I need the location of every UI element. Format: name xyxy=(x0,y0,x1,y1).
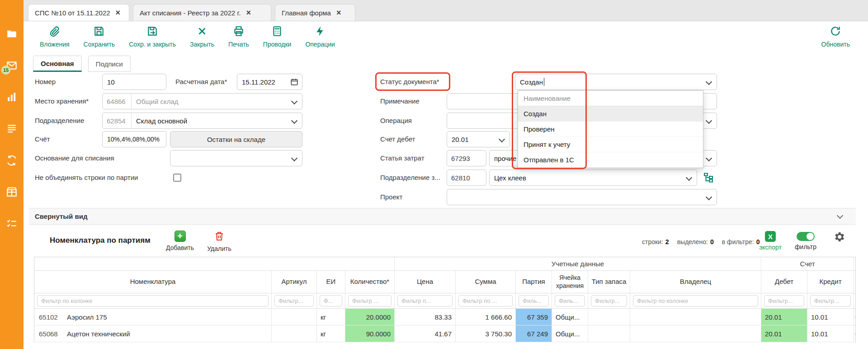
column-filter-input[interactable] xyxy=(397,295,453,307)
cell-unit: кг xyxy=(317,325,345,342)
column-filter-input[interactable] xyxy=(458,295,513,307)
debit-account-select[interactable]: 20.01 xyxy=(447,131,510,147)
save-button[interactable]: Сохранить xyxy=(84,25,115,48)
cell-quantity: 20.0000 xyxy=(345,309,395,325)
storage-select[interactable]: 64866 Общий склад xyxy=(102,93,302,109)
folder-icon[interactable] xyxy=(6,28,18,40)
cost-item-name: прочие xyxy=(490,155,516,162)
selected-count: выделено:0 xyxy=(677,238,714,245)
column-filter-input[interactable] xyxy=(320,295,342,307)
toggle-on-icon[interactable] xyxy=(797,232,815,241)
cost-division-select[interactable]: Цех клеев xyxy=(489,170,697,186)
checklist-icon[interactable] xyxy=(6,218,18,230)
cell-batch[interactable]: 67 249 xyxy=(516,325,552,342)
rows-count: строки:2 xyxy=(642,238,669,245)
nomenclature-table: Учетные данные Счет Номенклатура Артикул… xyxy=(34,257,856,342)
no-merge-checkbox[interactable] xyxy=(173,174,181,182)
document-lines-icon[interactable] xyxy=(6,123,18,135)
cost-item-label: Статья затрат xyxy=(380,150,425,166)
calendar-icon[interactable] xyxy=(290,78,298,86)
cell-price: 83.33 xyxy=(395,309,456,325)
cost-division-label: Подразделение з... xyxy=(380,170,440,186)
cost-division-name: Цех клеев xyxy=(490,174,526,182)
filter-toggle[interactable]: фильтр xyxy=(793,232,818,250)
hierarchy-icon[interactable] xyxy=(703,172,715,184)
stock-balance-button[interactable]: Остатки на складе xyxy=(170,131,302,147)
add-row-button[interactable]: + Добавить xyxy=(164,231,196,251)
row-code: 65102 xyxy=(34,313,61,321)
dropdown-option[interactable]: Отправлен в 1С xyxy=(518,152,703,168)
storage-code: 64866 xyxy=(103,94,132,109)
number-input[interactable] xyxy=(102,74,166,90)
table-row[interactable]: 65102 Аэросил 175 кг 20.0000 83.33 1 666… xyxy=(34,309,855,325)
cell-credit: 10.01 xyxy=(807,325,854,342)
tab-main[interactable]: Основная xyxy=(33,56,82,72)
tab-document[interactable]: СПС №10 от 15.11.2022 × xyxy=(28,4,129,21)
division-code: 62854 xyxy=(103,113,132,128)
cell-owner xyxy=(630,309,761,325)
cost-item-code[interactable]: 67293 xyxy=(447,150,486,166)
column-filter-input[interactable] xyxy=(591,295,627,307)
date-input[interactable]: 15.11.2022 xyxy=(237,74,302,90)
export-excel-button[interactable]: X экспорт xyxy=(758,231,783,251)
operations-button[interactable]: Операции xyxy=(305,25,335,48)
column-filter-input[interactable] xyxy=(810,295,851,307)
dropdown-option[interactable]: Проверен xyxy=(518,122,703,137)
button-label: Сохр. и закрыть xyxy=(129,41,176,48)
grid-settings-button[interactable] xyxy=(833,231,845,243)
save-and-close-button[interactable]: Сохр. и закрыть xyxy=(129,25,176,48)
button-label: Вложения xyxy=(40,41,70,48)
print-button[interactable]: Печать xyxy=(228,25,249,48)
tab-registry[interactable]: Акт списания - Реестр за 2022 г. × xyxy=(133,4,271,21)
refresh-button[interactable]: Обновить xyxy=(821,25,850,48)
table-filter-row xyxy=(34,293,855,309)
status-value: Создан xyxy=(515,78,543,86)
postings-button[interactable]: Проводки xyxy=(263,25,292,48)
cell-stock-type xyxy=(588,325,630,342)
tab-main-form[interactable]: Главная форма × xyxy=(275,4,355,21)
writeoff-reason-select[interactable] xyxy=(170,150,302,166)
close-button[interactable]: Закрыть xyxy=(190,25,214,48)
status-combobox[interactable]: Создан xyxy=(515,74,717,90)
close-icon[interactable]: × xyxy=(336,9,341,17)
column-filter-input[interactable] xyxy=(348,295,392,307)
save-icon xyxy=(93,25,105,38)
cell-storage-cell: Общи... xyxy=(552,309,588,325)
close-icon[interactable]: × xyxy=(116,9,121,17)
trash-icon xyxy=(214,235,225,243)
cost-division-code[interactable]: 62810 xyxy=(447,170,486,186)
cell-article xyxy=(272,325,317,342)
collapsed-view-bar[interactable]: Свернутый вид xyxy=(29,208,856,225)
column-filter-input[interactable] xyxy=(764,295,804,307)
dropdown-option[interactable]: Принят к учету xyxy=(518,137,703,152)
cell-batch[interactable]: 67 359 xyxy=(516,309,552,325)
package-icon[interactable] xyxy=(6,186,18,198)
dropdown-column-header: Наименование xyxy=(518,91,703,106)
account-input[interactable] xyxy=(102,131,166,147)
column-header: Партия xyxy=(516,271,552,293)
storage-label: Место хранения* xyxy=(35,93,89,109)
column-filter-input[interactable] xyxy=(555,295,585,307)
button-label: Добавить xyxy=(164,244,196,251)
form-tabs: Основная Подписи xyxy=(33,56,131,72)
column-filter-input[interactable] xyxy=(37,295,269,307)
refresh-icon xyxy=(830,25,841,38)
close-icon[interactable]: × xyxy=(246,9,251,17)
cell-clipped: 6 xyxy=(854,325,856,342)
attachments-button[interactable]: Вложения xyxy=(40,25,70,48)
dropdown-option[interactable]: Создан xyxy=(518,106,703,122)
bar-chart-icon[interactable] xyxy=(6,91,18,103)
column-filter-input[interactable] xyxy=(633,295,758,307)
project-select[interactable] xyxy=(447,189,717,205)
sync-icon[interactable] xyxy=(6,155,18,166)
cell-debit: 20.01 xyxy=(761,325,807,342)
table-row[interactable]: 65068 Ацетон технический кг 90.0000 41.6… xyxy=(34,325,855,342)
division-select[interactable]: 62854 Склад основной xyxy=(102,113,302,129)
column-filter-input[interactable] xyxy=(274,295,314,307)
delete-row-button[interactable]: Удалить xyxy=(203,231,235,252)
column-filter-input[interactable] xyxy=(519,295,549,307)
chevron-down-icon xyxy=(837,212,843,219)
button-label: Закрыть xyxy=(190,41,214,48)
mail-icon[interactable]: 15 xyxy=(6,60,18,71)
tab-signatures[interactable]: Подписи xyxy=(88,56,131,72)
